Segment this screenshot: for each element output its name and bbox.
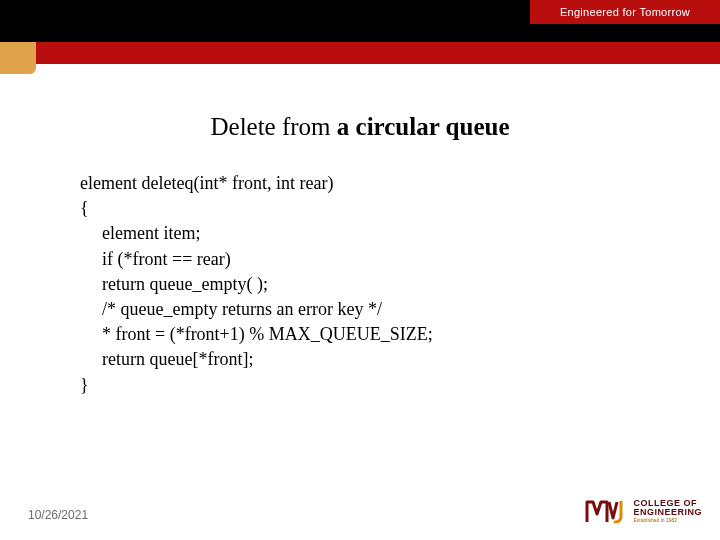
content-area: Delete from a circular queue element del… (0, 95, 720, 540)
logo-text: COLLEGE OF ENGINEERING Established in 19… (633, 499, 702, 523)
accent-corner (0, 42, 36, 74)
code-line: if (*front == rear) (80, 247, 680, 272)
footer-date: 10/26/2021 (28, 508, 88, 522)
code-line: element item; (80, 221, 680, 246)
code-line: /* queue_empty returns an error key */ (80, 297, 680, 322)
title-prefix: Delete from (210, 113, 336, 140)
code-line: return queue_empty( ); (80, 272, 680, 297)
slide-title: Delete from a circular queue (40, 113, 680, 141)
mvj-logo-icon (585, 496, 629, 526)
code-line: } (80, 373, 680, 398)
code-line: return queue[*front]; (80, 347, 680, 372)
logo-line2: ENGINEERING (633, 508, 702, 517)
tagline-band: Engineered for Tomorrow (530, 0, 720, 24)
topbar: Engineered for Tomorrow (0, 0, 720, 42)
slide: Engineered for Tomorrow Delete from a ci… (0, 0, 720, 540)
logo-line3: Established in 1982 (633, 518, 702, 523)
code-line: element deleteq(int* front, int rear) (80, 171, 680, 196)
code-block: element deleteq(int* front, int rear) { … (80, 171, 680, 398)
code-line: { (80, 196, 680, 221)
red-band (0, 42, 720, 64)
code-line: * front = (*front+1) % MAX_QUEUE_SIZE; (80, 322, 680, 347)
footer-logo: COLLEGE OF ENGINEERING Established in 19… (585, 496, 702, 526)
tagline-text: Engineered for Tomorrow (560, 6, 690, 18)
title-bold: a circular queue (337, 113, 510, 140)
